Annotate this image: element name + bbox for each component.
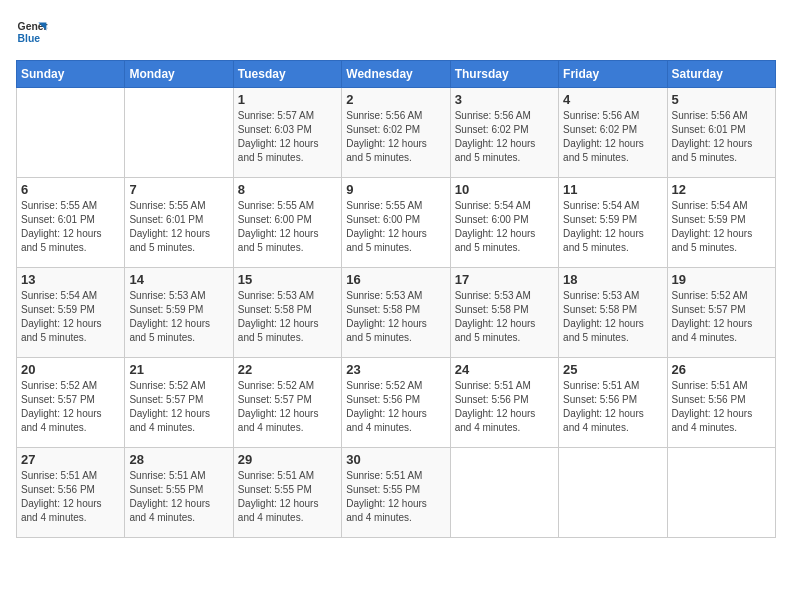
day-number: 16 (346, 272, 445, 287)
header-day: Monday (125, 61, 233, 88)
day-number: 13 (21, 272, 120, 287)
calendar-week-row: 27Sunrise: 5:51 AM Sunset: 5:56 PM Dayli… (17, 448, 776, 538)
day-number: 26 (672, 362, 771, 377)
day-detail: Sunrise: 5:51 AM Sunset: 5:56 PM Dayligh… (21, 469, 120, 525)
calendar-cell: 30Sunrise: 5:51 AM Sunset: 5:55 PM Dayli… (342, 448, 450, 538)
day-detail: Sunrise: 5:54 AM Sunset: 6:00 PM Dayligh… (455, 199, 554, 255)
day-detail: Sunrise: 5:52 AM Sunset: 5:57 PM Dayligh… (129, 379, 228, 435)
day-number: 23 (346, 362, 445, 377)
day-number: 2 (346, 92, 445, 107)
day-number: 14 (129, 272, 228, 287)
calendar-cell (667, 448, 775, 538)
day-number: 7 (129, 182, 228, 197)
calendar-cell: 15Sunrise: 5:53 AM Sunset: 5:58 PM Dayli… (233, 268, 341, 358)
calendar-cell: 17Sunrise: 5:53 AM Sunset: 5:58 PM Dayli… (450, 268, 558, 358)
logo: General Blue (16, 16, 48, 48)
day-number: 30 (346, 452, 445, 467)
day-detail: Sunrise: 5:56 AM Sunset: 6:02 PM Dayligh… (346, 109, 445, 165)
day-detail: Sunrise: 5:57 AM Sunset: 6:03 PM Dayligh… (238, 109, 337, 165)
day-number: 12 (672, 182, 771, 197)
day-detail: Sunrise: 5:56 AM Sunset: 6:02 PM Dayligh… (455, 109, 554, 165)
day-number: 15 (238, 272, 337, 287)
header-day: Sunday (17, 61, 125, 88)
header-day: Friday (559, 61, 667, 88)
day-detail: Sunrise: 5:53 AM Sunset: 5:58 PM Dayligh… (563, 289, 662, 345)
day-detail: Sunrise: 5:51 AM Sunset: 5:56 PM Dayligh… (455, 379, 554, 435)
calendar-cell: 24Sunrise: 5:51 AM Sunset: 5:56 PM Dayli… (450, 358, 558, 448)
calendar-week-row: 20Sunrise: 5:52 AM Sunset: 5:57 PM Dayli… (17, 358, 776, 448)
calendar-cell: 11Sunrise: 5:54 AM Sunset: 5:59 PM Dayli… (559, 178, 667, 268)
calendar-cell: 16Sunrise: 5:53 AM Sunset: 5:58 PM Dayli… (342, 268, 450, 358)
calendar-week-row: 6Sunrise: 5:55 AM Sunset: 6:01 PM Daylig… (17, 178, 776, 268)
day-detail: Sunrise: 5:52 AM Sunset: 5:57 PM Dayligh… (21, 379, 120, 435)
day-number: 24 (455, 362, 554, 377)
calendar-cell: 8Sunrise: 5:55 AM Sunset: 6:00 PM Daylig… (233, 178, 341, 268)
day-number: 29 (238, 452, 337, 467)
calendar-week-row: 13Sunrise: 5:54 AM Sunset: 5:59 PM Dayli… (17, 268, 776, 358)
day-detail: Sunrise: 5:53 AM Sunset: 5:58 PM Dayligh… (455, 289, 554, 345)
day-number: 22 (238, 362, 337, 377)
calendar-cell: 1Sunrise: 5:57 AM Sunset: 6:03 PM Daylig… (233, 88, 341, 178)
day-detail: Sunrise: 5:51 AM Sunset: 5:55 PM Dayligh… (129, 469, 228, 525)
header-day: Thursday (450, 61, 558, 88)
day-number: 1 (238, 92, 337, 107)
calendar-week-row: 1Sunrise: 5:57 AM Sunset: 6:03 PM Daylig… (17, 88, 776, 178)
svg-text:Blue: Blue (18, 33, 41, 44)
calendar-cell: 7Sunrise: 5:55 AM Sunset: 6:01 PM Daylig… (125, 178, 233, 268)
day-detail: Sunrise: 5:52 AM Sunset: 5:57 PM Dayligh… (672, 289, 771, 345)
day-detail: Sunrise: 5:53 AM Sunset: 5:59 PM Dayligh… (129, 289, 228, 345)
calendar-cell: 21Sunrise: 5:52 AM Sunset: 5:57 PM Dayli… (125, 358, 233, 448)
calendar-cell: 14Sunrise: 5:53 AM Sunset: 5:59 PM Dayli… (125, 268, 233, 358)
day-detail: Sunrise: 5:51 AM Sunset: 5:56 PM Dayligh… (563, 379, 662, 435)
day-number: 25 (563, 362, 662, 377)
day-detail: Sunrise: 5:54 AM Sunset: 5:59 PM Dayligh… (672, 199, 771, 255)
calendar-cell: 28Sunrise: 5:51 AM Sunset: 5:55 PM Dayli… (125, 448, 233, 538)
day-number: 8 (238, 182, 337, 197)
day-number: 11 (563, 182, 662, 197)
calendar-cell: 12Sunrise: 5:54 AM Sunset: 5:59 PM Dayli… (667, 178, 775, 268)
day-detail: Sunrise: 5:54 AM Sunset: 5:59 PM Dayligh… (563, 199, 662, 255)
day-detail: Sunrise: 5:51 AM Sunset: 5:55 PM Dayligh… (346, 469, 445, 525)
header-row: SundayMondayTuesdayWednesdayThursdayFrid… (17, 61, 776, 88)
day-detail: Sunrise: 5:53 AM Sunset: 5:58 PM Dayligh… (238, 289, 337, 345)
day-number: 6 (21, 182, 120, 197)
calendar-cell: 27Sunrise: 5:51 AM Sunset: 5:56 PM Dayli… (17, 448, 125, 538)
day-number: 10 (455, 182, 554, 197)
calendar-cell: 6Sunrise: 5:55 AM Sunset: 6:01 PM Daylig… (17, 178, 125, 268)
calendar-cell: 19Sunrise: 5:52 AM Sunset: 5:57 PM Dayli… (667, 268, 775, 358)
day-detail: Sunrise: 5:52 AM Sunset: 5:56 PM Dayligh… (346, 379, 445, 435)
calendar-cell: 29Sunrise: 5:51 AM Sunset: 5:55 PM Dayli… (233, 448, 341, 538)
day-detail: Sunrise: 5:56 AM Sunset: 6:01 PM Dayligh… (672, 109, 771, 165)
calendar-cell: 22Sunrise: 5:52 AM Sunset: 5:57 PM Dayli… (233, 358, 341, 448)
calendar-cell: 3Sunrise: 5:56 AM Sunset: 6:02 PM Daylig… (450, 88, 558, 178)
calendar-cell: 2Sunrise: 5:56 AM Sunset: 6:02 PM Daylig… (342, 88, 450, 178)
day-number: 4 (563, 92, 662, 107)
calendar-cell: 5Sunrise: 5:56 AM Sunset: 6:01 PM Daylig… (667, 88, 775, 178)
day-detail: Sunrise: 5:52 AM Sunset: 5:57 PM Dayligh… (238, 379, 337, 435)
day-number: 19 (672, 272, 771, 287)
header-day: Saturday (667, 61, 775, 88)
day-number: 20 (21, 362, 120, 377)
day-number: 21 (129, 362, 228, 377)
calendar-cell: 25Sunrise: 5:51 AM Sunset: 5:56 PM Dayli… (559, 358, 667, 448)
day-detail: Sunrise: 5:51 AM Sunset: 5:56 PM Dayligh… (672, 379, 771, 435)
calendar-cell (450, 448, 558, 538)
calendar-cell (125, 88, 233, 178)
calendar-cell: 23Sunrise: 5:52 AM Sunset: 5:56 PM Dayli… (342, 358, 450, 448)
calendar-cell: 9Sunrise: 5:55 AM Sunset: 6:00 PM Daylig… (342, 178, 450, 268)
calendar-table: SundayMondayTuesdayWednesdayThursdayFrid… (16, 60, 776, 538)
day-detail: Sunrise: 5:55 AM Sunset: 6:00 PM Dayligh… (346, 199, 445, 255)
day-detail: Sunrise: 5:53 AM Sunset: 5:58 PM Dayligh… (346, 289, 445, 345)
calendar-cell: 13Sunrise: 5:54 AM Sunset: 5:59 PM Dayli… (17, 268, 125, 358)
day-detail: Sunrise: 5:55 AM Sunset: 6:01 PM Dayligh… (21, 199, 120, 255)
day-number: 5 (672, 92, 771, 107)
calendar-cell (17, 88, 125, 178)
page-header: General Blue (16, 16, 776, 48)
calendar-cell: 10Sunrise: 5:54 AM Sunset: 6:00 PM Dayli… (450, 178, 558, 268)
day-number: 17 (455, 272, 554, 287)
day-number: 3 (455, 92, 554, 107)
day-detail: Sunrise: 5:55 AM Sunset: 6:00 PM Dayligh… (238, 199, 337, 255)
day-number: 18 (563, 272, 662, 287)
calendar-cell: 18Sunrise: 5:53 AM Sunset: 5:58 PM Dayli… (559, 268, 667, 358)
calendar-cell (559, 448, 667, 538)
